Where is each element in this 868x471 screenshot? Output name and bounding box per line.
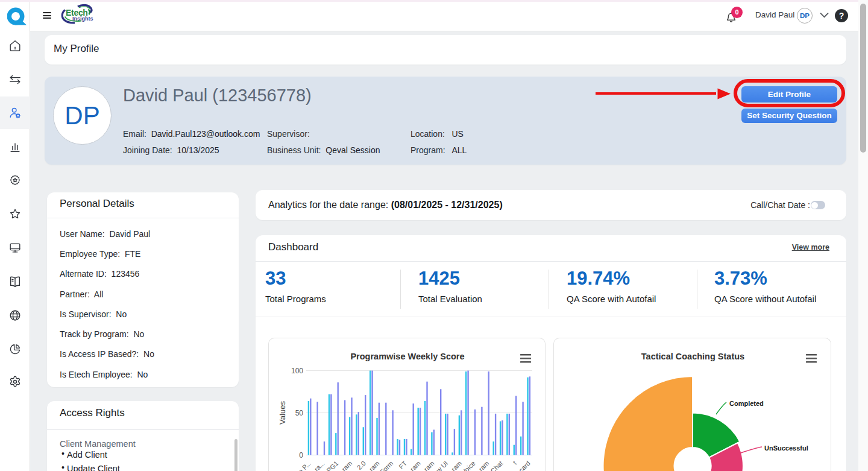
- svg-text:ram: ram: [340, 459, 353, 471]
- svg-text:ram: ram: [409, 459, 422, 471]
- svg-text:t: t: [511, 459, 518, 466]
- svg-text:Chat: Chat: [489, 459, 504, 471]
- svg-text:Voice: Voice: [460, 459, 477, 471]
- svg-text:ram: ram: [423, 459, 436, 471]
- svg-text:Form: Form: [379, 459, 395, 471]
- svg-text:FT: FT: [397, 459, 408, 470]
- svg-text:UnSuccessful: UnSuccessful: [764, 444, 808, 452]
- svg-text:e P...: e P...: [297, 459, 312, 471]
- svg-text:100: 100: [291, 366, 303, 375]
- svg-text:PG1: PG1: [325, 459, 339, 471]
- svg-text:50: 50: [295, 408, 304, 417]
- svg-text:Values: Values: [278, 400, 287, 424]
- svg-text:w UI: w UI: [435, 459, 450, 471]
- svg-text:2.0: 2.0: [356, 459, 367, 470]
- svg-text:ra...: ra...: [313, 459, 326, 471]
- svg-text:Insights: Insights: [72, 16, 93, 22]
- svg-text:0: 0: [299, 450, 303, 459]
- svg-text:card: card: [517, 459, 532, 471]
- svg-text:Completed: Completed: [729, 400, 764, 407]
